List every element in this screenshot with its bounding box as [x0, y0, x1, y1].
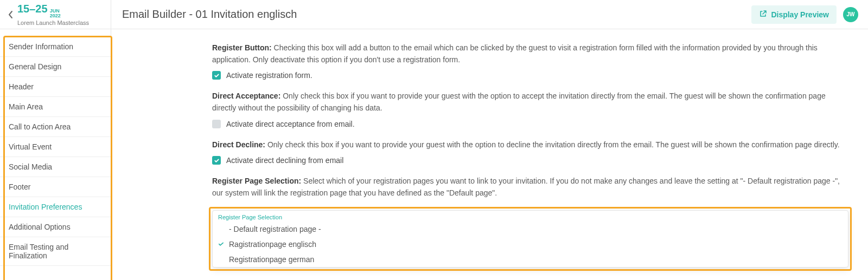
sidebar-item-label: Call to Action Area: [9, 122, 71, 131]
top-actions: Display Preview JW: [751, 5, 868, 24]
date-suffix: JUN 2022: [50, 9, 61, 18]
section-description: Checking this box will add a button to t…: [212, 43, 818, 64]
checkbox-direct_decline[interactable]: [212, 156, 221, 165]
back-icon[interactable]: [8, 10, 13, 19]
section-heading: Register Button: Checking this box will …: [212, 42, 848, 66]
topbar: 15–25 JUN 2022 Lorem Launch Masterclass …: [0, 0, 868, 29]
event-name: Lorem Launch Masterclass: [17, 19, 89, 26]
register-page-dropdown-wrap: Register Page Selection - Default regist…: [212, 210, 848, 268]
checkbox-row-direct_decline: Activate direct declining from email: [212, 156, 848, 165]
checkbox-register_button[interactable]: [212, 71, 221, 80]
section-heading: Direct Acceptance: Only check this box i…: [212, 90, 848, 114]
sidebar-item-label: Additional Options: [9, 223, 71, 231]
section-description: Only check this box if you want to provi…: [212, 92, 826, 112]
sidebar-item-label: Social Media: [9, 162, 52, 171]
checkbox-row-register_button: Activate registration form.: [212, 71, 848, 80]
dropdown-option-2[interactable]: Registrationpage german: [213, 252, 848, 267]
sidebar-header: 15–25 JUN 2022 Lorem Launch Masterclass: [0, 0, 111, 29]
dropdown-option-label: - Default registration page -: [229, 225, 321, 233]
dropdown-field-label: Register Page Selection: [213, 211, 848, 222]
section-register_button: Register Button: Checking this box will …: [212, 42, 848, 80]
check-icon: [214, 73, 220, 79]
dropdown-option-1[interactable]: Ragistrationpage englisch: [213, 237, 848, 252]
checkbox-label: Activate direct declining from email: [226, 156, 343, 165]
section-heading: Direct Decline: Only check this box if y…: [212, 139, 848, 151]
dropdown-option-label: Ragistrationpage englisch: [229, 240, 316, 249]
sidebar-item-social-media[interactable]: Social Media: [0, 157, 111, 177]
section-direct_decline: Direct Decline: Only check this box if y…: [212, 139, 848, 165]
sidebar-item-additional-options[interactable]: Additional Options: [0, 217, 111, 237]
content-area: Register Button: Checking this box will …: [111, 29, 868, 280]
sidebar-item-label: Sender Information: [9, 42, 73, 51]
sidebar-item-email-testing-and-finalization[interactable]: Email Testing and Finalization: [0, 237, 111, 266]
sidebar-item-virtual-event[interactable]: Virtual Event: [0, 137, 111, 157]
section-label: Register Button:: [212, 43, 274, 52]
display-preview-button[interactable]: Display Preview: [751, 5, 837, 24]
display-preview-label: Display Preview: [771, 10, 829, 19]
avatar[interactable]: JW: [843, 7, 858, 22]
sidebar-item-sender-information[interactable]: Sender Information: [0, 37, 111, 57]
sidebar-item-label: Email Testing and Finalization: [9, 243, 68, 260]
date-range: 15–25: [17, 3, 48, 15]
section-direct_acceptance: Direct Acceptance: Only check this box i…: [212, 90, 848, 128]
section-label: Direct Acceptance:: [212, 92, 283, 100]
section-description: Select which of your registration pages …: [212, 177, 840, 197]
sidebar-item-call-to-action-area[interactable]: Call to Action Area: [0, 117, 111, 137]
sidebar-item-label: General Design: [9, 62, 61, 71]
sidebar-item-header[interactable]: Header: [0, 77, 111, 97]
sidebar-item-label: Invitation Preferences: [9, 203, 82, 211]
section-description: Only check this box if you want to provi…: [267, 140, 840, 149]
section-label: Direct Decline:: [212, 140, 267, 149]
sidebar-item-main-area[interactable]: Main Area: [0, 97, 111, 117]
external-link-icon: [759, 10, 767, 19]
sidebar-item-invitation-preferences[interactable]: Invitation Preferences: [0, 197, 111, 217]
sidebar-item-footer[interactable]: Footer: [0, 177, 111, 197]
sidebar-list: Sender InformationGeneral DesignHeaderMa…: [0, 29, 111, 266]
sidebar-item-label: Footer: [9, 183, 30, 191]
dropdown-option-0[interactable]: - Default registration page -: [213, 222, 848, 237]
sidebar: Sender InformationGeneral DesignHeaderMa…: [0, 29, 111, 280]
checkbox-row-direct_acceptance: Activate direct acceptance from email.: [212, 120, 848, 128]
dropdown-option-label: Registrationpage german: [229, 255, 314, 264]
section-label: Register Page Selection:: [212, 177, 303, 185]
section-heading: Register Page Selection: Select which of…: [212, 175, 848, 199]
check-icon: [218, 240, 224, 249]
register-page-dropdown[interactable]: Register Page Selection - Default regist…: [212, 210, 848, 268]
sidebar-item-general-design[interactable]: General Design: [0, 57, 111, 77]
sidebar-item-label: Header: [9, 82, 34, 91]
section-register_page_selection: Register Page Selection: Select which of…: [212, 175, 848, 199]
checkbox-direct_acceptance[interactable]: [212, 120, 221, 128]
sidebar-item-label: Main Area: [9, 102, 43, 111]
sidebar-item-label: Virtual Event: [9, 142, 52, 151]
check-icon: [214, 158, 220, 164]
page-title: Email Builder - 01 Invitation englisch: [111, 8, 751, 21]
checkbox-label: Activate direct acceptance from email.: [226, 120, 355, 128]
date-year: 2022: [50, 14, 61, 18]
checkbox-label: Activate registration form.: [226, 71, 312, 80]
event-date-block: 15–25 JUN 2022 Lorem Launch Masterclass: [17, 3, 89, 26]
